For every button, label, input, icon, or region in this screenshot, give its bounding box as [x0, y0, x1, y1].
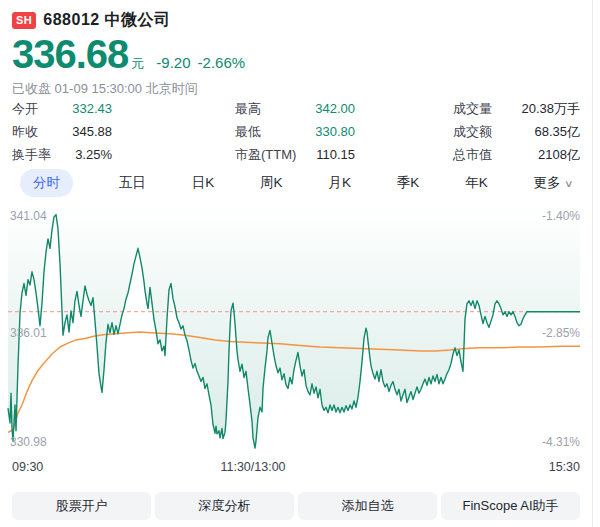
- stock-quote-page: SH 688012 中微公司 336.68 元 -9.20 -2.66% 已收盘…: [0, 0, 600, 527]
- currency-unit: 元: [131, 55, 144, 73]
- stat-row: 今开332.43: [12, 97, 112, 120]
- stat-row: 昨收345.88: [12, 120, 112, 143]
- stat-row: 总市值2108亿: [453, 143, 580, 166]
- tab-label: 月K: [328, 174, 351, 192]
- stat-label: 总市值: [453, 146, 492, 164]
- price-row: 336.68 元 -9.20 -2.66%: [12, 33, 580, 75]
- x-label-close: 15:30: [549, 460, 580, 474]
- stock-title-row: SH 688012 中微公司: [12, 10, 580, 30]
- stat-row: 换手率3.25%: [12, 143, 112, 166]
- chart-period-tabbar: 分时五日日K周K月K季K年K更多∨: [0, 166, 592, 200]
- stats-column-2: 最高342.00最低330.80市盈(TTM)110.15: [235, 97, 355, 166]
- chevron-down-icon: ∨: [563, 178, 573, 189]
- page-right-border: [592, 0, 593, 527]
- tab-label: 更多: [534, 174, 561, 192]
- intraday-chart-svg[interactable]: [0, 205, 600, 457]
- action-button-股票开户[interactable]: 股票开户: [12, 492, 151, 520]
- stock-code-name: 688012 中微公司: [43, 10, 170, 31]
- tab-label: 年K: [465, 174, 488, 192]
- y-axis-price-label: 341.04: [10, 210, 47, 222]
- tab-分时[interactable]: 分时: [20, 169, 73, 197]
- stat-value: 345.88: [72, 124, 112, 139]
- stat-label: 成交量: [453, 100, 492, 118]
- stat-row: 成交量20.38万手: [453, 97, 580, 120]
- stat-label: 成交额: [453, 123, 492, 141]
- stat-label: 市盈(TTM): [235, 146, 296, 164]
- market-status-line: 已收盘 01-09 15:30:00 北京时间: [12, 80, 580, 98]
- y-axis-percent-label: -2.85%: [542, 327, 580, 339]
- tab-label: 五日: [119, 174, 146, 192]
- stat-label: 最高: [235, 100, 261, 118]
- action-button-添加自选[interactable]: 添加自选: [298, 492, 437, 520]
- tab-更多[interactable]: 更多∨: [534, 174, 572, 192]
- stats-column-3: 成交量20.38万手成交额68.35亿总市值2108亿: [453, 97, 580, 166]
- x-label-open: 09:30: [12, 460, 43, 474]
- stat-value: 330.80: [315, 124, 355, 139]
- stat-label: 今开: [12, 100, 38, 118]
- tab-年K[interactable]: 年K: [465, 174, 488, 192]
- chart-x-axis: 09:30 11:30/13:00 15:30: [0, 458, 600, 476]
- stat-row: 最高342.00: [235, 97, 355, 120]
- tab-月K[interactable]: 月K: [328, 174, 351, 192]
- tab-周K[interactable]: 周K: [260, 174, 283, 192]
- y-axis-percent-label: -1.40%: [542, 210, 580, 222]
- action-button-FinScope AI助手[interactable]: FinScope AI助手: [441, 492, 580, 520]
- y-axis-price-label: 336.01: [10, 327, 47, 339]
- stat-value: 110.15: [316, 147, 355, 162]
- stat-label: 最低: [235, 123, 261, 141]
- price-change: -9.20: [156, 54, 190, 71]
- tab-label: 周K: [260, 174, 283, 192]
- stat-value: 20.38万手: [521, 100, 580, 118]
- quote-header: SH 688012 中微公司 336.68 元 -9.20 -2.66% 已收盘…: [12, 10, 580, 98]
- stat-row: 最低330.80: [235, 120, 355, 143]
- stats-grid: 今开332.43昨收345.88换手率3.25% 最高342.00最低330.8…: [0, 97, 600, 167]
- tab-五日[interactable]: 五日: [119, 174, 146, 192]
- action-button-bar: 股票开户深度分析添加自选FinScope AI助手: [12, 492, 580, 520]
- stat-row: 成交额68.35亿: [453, 120, 580, 143]
- y-axis-percent-label: -4.31%: [542, 436, 580, 448]
- price-area-fill: [8, 205, 580, 448]
- exchange-badge: SH: [12, 12, 36, 29]
- intraday-chart[interactable]: 341.04336.01330.98-1.40%-2.85%-4.31%: [0, 205, 600, 457]
- stat-label: 换手率: [12, 146, 51, 164]
- action-button-深度分析[interactable]: 深度分析: [155, 492, 294, 520]
- stat-value: 2108亿: [538, 146, 580, 164]
- tab-季K[interactable]: 季K: [397, 174, 420, 192]
- tab-日K[interactable]: 日K: [192, 174, 215, 192]
- stat-value: 342.00: [315, 101, 355, 116]
- stat-value: 3.25%: [75, 147, 112, 162]
- stat-value: 68.35亿: [534, 123, 580, 141]
- stat-value: 332.43: [72, 101, 112, 116]
- tab-label: 分时: [33, 174, 60, 192]
- stat-label: 昨收: [12, 123, 38, 141]
- tab-label: 日K: [192, 174, 215, 192]
- price-change-pct: -2.66%: [198, 54, 246, 71]
- y-axis-price-label: 330.98: [10, 436, 47, 448]
- current-price: 336.68: [12, 33, 128, 75]
- tab-label: 季K: [397, 174, 420, 192]
- x-label-noon: 11:30/13:00: [197, 460, 309, 474]
- stats-column-1: 今开332.43昨收345.88换手率3.25%: [12, 97, 112, 166]
- stat-row: 市盈(TTM)110.15: [235, 143, 355, 166]
